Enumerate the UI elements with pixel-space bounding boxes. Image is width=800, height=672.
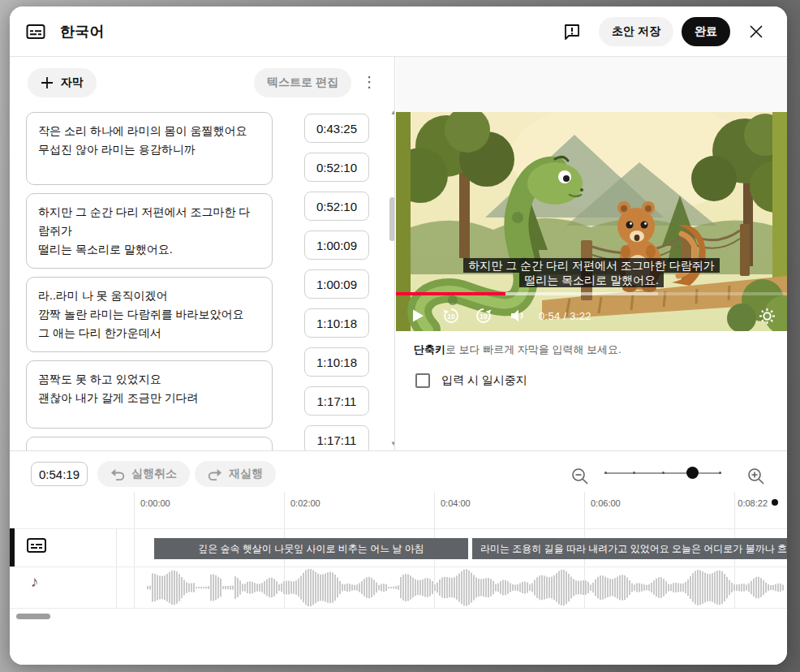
ruler-tick-label: 0:02:00 <box>290 498 320 508</box>
progress-bar[interactable] <box>396 292 787 295</box>
captions-track-icon <box>26 536 47 558</box>
add-subtitle-button[interactable]: 자막 <box>28 68 97 97</box>
subtitle-cue-box[interactable]: 라미는 심장이 쿵쿵 뛰는 걸 느꼈어요 <box>26 437 273 450</box>
ruler-gridline <box>134 492 135 608</box>
timeline-zoom-slider[interactable] <box>604 467 721 480</box>
volume-icon[interactable] <box>510 308 527 324</box>
timestamp-box[interactable]: 1:10:18 <box>304 347 369 377</box>
ruler-tick-label: 0:08:22 <box>738 498 768 508</box>
captions-icon <box>23 20 49 43</box>
timestamp-box[interactable]: 0:43:25 <box>304 114 369 143</box>
progress-played <box>396 292 505 295</box>
caption-segment[interactable]: 깊은 숲속 햇살이 나뭇잎 사이로 비추는 어느 날 아침 <box>154 538 468 559</box>
video-player[interactable]: 하지만 그 순간 다리 저편에서 조그마한 다람쥐가 떨리는 목소리로 말했어요… <box>396 112 787 331</box>
shortcut-hint: 단축키로 보다 빠르게 자막을 입력해 보세요. <box>414 342 622 357</box>
play-icon[interactable] <box>411 308 425 323</box>
timestamp-box[interactable]: 0:52:10 <box>304 153 369 182</box>
pause-on-typing-label: 입력 시 일시중지 <box>441 373 527 388</box>
timestamp-box[interactable]: 1:17:11 <box>304 386 369 416</box>
dialog-title: 한국어 <box>60 22 105 41</box>
undo-button[interactable]: 실행취소 <box>97 461 190 487</box>
cue-list: 작은 소리 하나에 라미의 몸이 움찔했어요무섭진 않아 라미는 용감하니까하지… <box>26 112 273 450</box>
forward-10-icon[interactable]: 10 <box>474 306 493 325</box>
subtitle-overlay-line2: 떨리는 목소리로 말했어요. <box>519 273 664 287</box>
current-time-input[interactable]: 0:54:19 <box>31 462 88 486</box>
settings-gear-icon[interactable] <box>759 308 776 325</box>
subtitle-editor-dialog: 한국어 초안 저장 완료 자막 텍스트로 편집 ⋮ 작은 소리 하나에 라미의 … <box>10 6 787 665</box>
ruler-tick-label: 0:04:00 <box>441 498 471 508</box>
kebab-menu-icon[interactable]: ⋮ <box>357 70 381 94</box>
save-draft-button[interactable]: 초안 저장 <box>599 17 673 46</box>
cue-list-panel: 자막 텍스트로 편집 ⋮ 작은 소리 하나에 라미의 몸이 움찔했어요무섭진 않… <box>10 57 395 450</box>
svg-text:10: 10 <box>447 312 455 321</box>
subtitle-cue-box[interactable]: 라..라미 나 못 움직이겠어깜짝 놀란 라미는 다람쥐를 바라보았어요그 애는… <box>26 277 273 352</box>
timestamp-box[interactable]: 1:10:18 <box>304 308 369 338</box>
timestamp-box[interactable]: 1:00:09 <box>304 269 369 299</box>
caption-segment[interactable]: 라미는 조용히 길을 따라 내려가고 있었어요 오늘은 어디로가 볼까나 흐흐 <box>472 538 787 559</box>
done-button[interactable]: 완료 <box>682 17 730 46</box>
ruler-end-dot <box>772 499 778 506</box>
undo-icon <box>110 467 125 480</box>
undo-label: 실행취소 <box>131 467 177 481</box>
shortcut-word: 단축키 <box>414 343 445 355</box>
track-gutter-divider <box>116 528 117 608</box>
ruler-tick-label: 0:06:00 <box>591 498 621 508</box>
add-subtitle-label: 자막 <box>61 75 84 90</box>
player-top-strip <box>396 57 787 112</box>
pause-on-typing-row: 입력 시 일시중지 <box>415 373 527 388</box>
dialog-header: 한국어 초안 저장 완료 <box>10 6 787 57</box>
scroll-down-icon[interactable]: ▼ <box>388 440 395 448</box>
timeline-section: 0:54:19 실행취소 재실행 0:00:000:02:000:04:000:… <box>10 450 787 665</box>
zoom-in-icon[interactable] <box>744 464 768 489</box>
redo-button[interactable]: 재실행 <box>195 461 276 487</box>
timestamp-box[interactable]: 1:17:11 <box>304 425 369 450</box>
ruler-tick-label: 0:00:00 <box>140 498 170 508</box>
subtitle-overlay: 하지만 그 순간 다리 저편에서 조그마한 다람쥐가 떨리는 목소리로 말했어요… <box>396 258 787 287</box>
video-frame-illustration <box>396 112 787 331</box>
time-display: 0:54 / 3:22 <box>539 310 591 322</box>
subtitle-overlay-line1: 하지만 그 순간 다리 저편에서 조그마한 다람쥐가 <box>463 258 719 273</box>
audio-waveform <box>144 565 787 610</box>
editor-content: 자막 텍스트로 편집 ⋮ 작은 소리 하나에 라미의 몸이 움찔했어요무섭진 않… <box>10 57 787 450</box>
zoom-slider-thumb[interactable] <box>686 467 699 479</box>
zoom-out-icon[interactable] <box>568 464 592 489</box>
timestamp-list: 0:43:250:52:100:52:101:00:091:00:091:10:… <box>304 114 369 450</box>
rewind-10-icon[interactable]: 10 <box>441 306 461 325</box>
subtitle-cue-box[interactable]: 꼼짝도 못 하고 있었지요괜찮아 내가 갈게 조금만 기다려 <box>26 360 273 429</box>
edit-as-text-button[interactable]: 텍스트로 편집 <box>254 68 351 97</box>
feedback-icon[interactable] <box>560 19 584 44</box>
redo-label: 재실행 <box>229 467 263 481</box>
close-icon[interactable] <box>745 20 768 43</box>
svg-text:10: 10 <box>480 312 488 321</box>
timestamp-box[interactable]: 0:52:10 <box>304 192 369 221</box>
subtitle-cue-box[interactable]: 하지만 그 순간 다리 저편에서 조그마한 다람쥐가떨리는 목소리로 말했어요. <box>26 193 273 269</box>
shortcut-rest: 로 보다 빠르게 자막을 입력해 보세요. <box>445 343 622 355</box>
redo-icon <box>208 467 222 480</box>
active-track-indicator <box>10 528 15 566</box>
cue-list-scrollbar[interactable] <box>389 197 395 241</box>
pause-on-typing-checkbox[interactable] <box>415 373 430 388</box>
timestamp-box[interactable]: 1:00:09 <box>304 230 369 260</box>
subtitle-cue-box[interactable]: 작은 소리 하나에 라미의 몸이 움찔했어요무섭진 않아 라미는 용감하니까 <box>26 112 273 185</box>
music-note-icon: ♪ <box>31 573 39 591</box>
timeline-horizontal-scrollbar[interactable] <box>16 614 50 619</box>
player-panel: 하지만 그 순간 다리 저편에서 조그마한 다람쥐가 떨리는 목소리로 말했어요… <box>396 57 787 450</box>
scroll-up-icon[interactable]: ▲ <box>388 109 395 117</box>
player-controls: 10 10 0:54 / 3:22 <box>396 302 787 330</box>
